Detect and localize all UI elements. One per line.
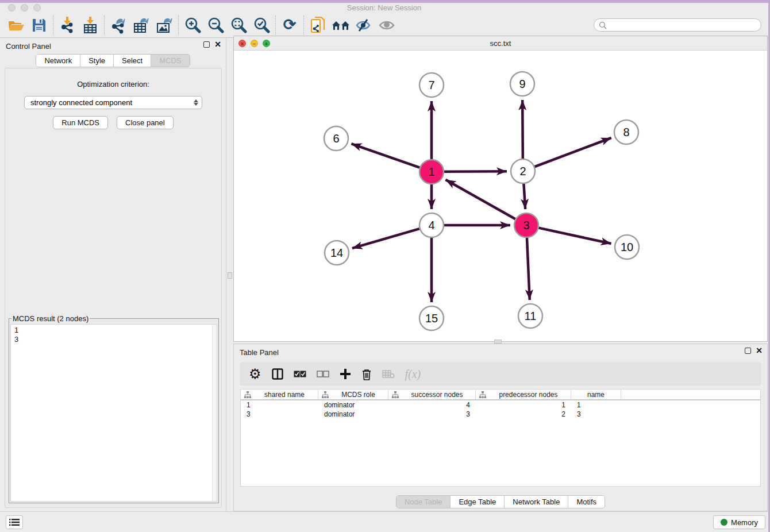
zoom-out-icon bbox=[207, 17, 224, 34]
float-table-panel-icon[interactable] bbox=[745, 348, 751, 354]
tab-mcds[interactable]: MCDS bbox=[151, 55, 189, 67]
split-handle[interactable] bbox=[494, 340, 502, 344]
close-table-panel-icon[interactable]: ✕ bbox=[756, 348, 763, 354]
panel-divider[interactable] bbox=[226, 38, 233, 511]
table-toolbar: ⚙ f(x) bbox=[240, 363, 761, 385]
divider-handle[interactable] bbox=[228, 272, 232, 279]
main-toolbar: ⟳ bbox=[0, 13, 768, 38]
graph-node-6[interactable]: 6 bbox=[324, 126, 348, 151]
table-row[interactable]: 1dominator411 bbox=[241, 400, 760, 410]
result-scrollbar[interactable] bbox=[212, 325, 217, 501]
network-frame-titlebar[interactable]: × − + scc.txt bbox=[234, 36, 767, 51]
tab-style[interactable]: Style bbox=[80, 55, 114, 67]
save-session-button[interactable] bbox=[28, 15, 51, 36]
column-header-name[interactable]: name bbox=[571, 390, 621, 399]
maximize-window-button[interactable] bbox=[33, 4, 41, 11]
close-window-button[interactable] bbox=[8, 4, 16, 11]
deselect-all-columns-icon[interactable] bbox=[317, 371, 329, 377]
edge-1-2[interactable] bbox=[444, 171, 507, 172]
zoom-in-button[interactable] bbox=[181, 15, 204, 36]
float-panel-icon[interactable] bbox=[203, 41, 210, 48]
table-panel-title: Table Panel bbox=[240, 348, 279, 357]
edge-2-3[interactable] bbox=[523, 184, 525, 209]
clone-network-button[interactable] bbox=[306, 15, 329, 36]
edge-4-14[interactable] bbox=[352, 229, 419, 248]
tab-select[interactable]: Select bbox=[114, 55, 151, 67]
edge-1-6[interactable] bbox=[351, 144, 419, 168]
tab-motifs[interactable]: Motifs bbox=[568, 496, 605, 508]
column-header-shared-name[interactable]: shared name bbox=[241, 390, 318, 399]
mcds-result-list[interactable]: 13 bbox=[10, 324, 217, 502]
column-header-MCDS-role[interactable]: MCDS role bbox=[318, 390, 388, 399]
zoom-selected-icon bbox=[253, 17, 270, 34]
mcds-result-box: MCDS result (2 nodes) 13 bbox=[9, 314, 219, 503]
table-options-icon[interactable]: ⚙ bbox=[249, 367, 261, 381]
hierarchy-icon bbox=[392, 391, 399, 398]
open-session-button[interactable] bbox=[5, 15, 28, 36]
column-functions-icon[interactable] bbox=[272, 368, 283, 380]
column-header-predecessor-nodes[interactable]: predecessor nodes bbox=[476, 390, 571, 399]
show-all-button[interactable] bbox=[375, 15, 398, 36]
refresh-view-button[interactable]: ⟳ bbox=[278, 15, 301, 36]
tab-network-table[interactable]: Network Table bbox=[505, 496, 568, 508]
control-panel: Control Panel ✕ NetworkStyleSelectMCDS O… bbox=[0, 38, 226, 511]
graph-node-15[interactable]: 15 bbox=[419, 306, 444, 330]
node-table[interactable]: shared nameMCDS rolesuccessor nodesprede… bbox=[240, 389, 761, 487]
import-network-button[interactable] bbox=[56, 15, 79, 36]
edge-2-8[interactable] bbox=[535, 138, 611, 167]
zoom-out-button[interactable] bbox=[204, 15, 227, 36]
edge-3-10[interactable] bbox=[538, 228, 611, 244]
export-table-button[interactable] bbox=[130, 15, 153, 36]
tab-edge-table[interactable]: Edge Table bbox=[451, 496, 505, 508]
table-cell: dominator bbox=[318, 410, 388, 419]
delete-columns-icon[interactable] bbox=[361, 368, 372, 380]
eye-slash-icon bbox=[355, 18, 373, 33]
control-panel-tabs: NetworkStyleSelectMCDS bbox=[0, 54, 226, 67]
table-cell: 2 bbox=[476, 410, 571, 419]
table-row[interactable]: 3dominator323 bbox=[241, 410, 760, 419]
node-label: 2 bbox=[519, 165, 526, 178]
graph-node-3[interactable]: 3 bbox=[514, 213, 538, 237]
frame-minimize-icon[interactable]: − bbox=[251, 40, 258, 47]
graph-node-4[interactable]: 4 bbox=[419, 213, 444, 237]
edge-2-9[interactable] bbox=[522, 100, 523, 159]
frame-close-icon[interactable]: × bbox=[238, 40, 246, 47]
import-table-button[interactable] bbox=[79, 15, 102, 36]
network-canvas[interactable]: 7968124314101511 bbox=[234, 51, 767, 341]
graph-node-2[interactable]: 2 bbox=[511, 159, 535, 183]
graph-node-8[interactable]: 8 bbox=[614, 120, 638, 144]
hide-selected-button[interactable] bbox=[352, 15, 375, 36]
select-all-columns-icon[interactable] bbox=[294, 371, 306, 377]
edge-3-1[interactable] bbox=[445, 180, 515, 219]
graph-node-1[interactable]: 1 bbox=[419, 160, 444, 184]
column-header-successor-nodes[interactable]: successor nodes bbox=[388, 390, 476, 399]
window-title: Session: New Session bbox=[0, 3, 768, 13]
close-panel-button[interactable]: Close panel bbox=[117, 116, 174, 129]
zoom-selected-button[interactable] bbox=[250, 15, 273, 36]
graph-node-9[interactable]: 9 bbox=[510, 72, 534, 96]
graph-node-7[interactable]: 7 bbox=[419, 73, 444, 97]
add-column-icon[interactable] bbox=[340, 368, 351, 380]
graph-node-10[interactable]: 10 bbox=[615, 235, 639, 259]
graph-node-11[interactable]: 11 bbox=[518, 304, 542, 328]
edge-3-11[interactable] bbox=[527, 238, 530, 300]
list-icon bbox=[9, 518, 20, 526]
network-frame-title: scc.txt bbox=[234, 36, 767, 51]
tab-node-table[interactable]: Node Table bbox=[396, 496, 451, 508]
close-panel-icon[interactable]: ✕ bbox=[214, 41, 221, 48]
memory-button[interactable]: Memory bbox=[713, 515, 765, 529]
export-network-button[interactable] bbox=[107, 15, 130, 36]
search-input[interactable] bbox=[594, 18, 761, 32]
node-label: 3 bbox=[523, 219, 529, 232]
export-image-button[interactable] bbox=[153, 15, 176, 36]
graph-node-14[interactable]: 14 bbox=[325, 241, 349, 265]
tab-network[interactable]: Network bbox=[36, 55, 80, 67]
run-mcds-button[interactable]: Run MCDS bbox=[53, 116, 108, 129]
frame-maximize-icon[interactable]: + bbox=[263, 40, 270, 47]
network-graph[interactable]: 7968124314101511 bbox=[234, 51, 768, 341]
optimization-criterion-select[interactable]: strongly connected component bbox=[24, 96, 202, 109]
minimize-window-button[interactable] bbox=[21, 4, 28, 11]
first-neighbors-button[interactable] bbox=[329, 15, 352, 36]
zoom-fit-button[interactable] bbox=[227, 15, 250, 36]
task-history-button[interactable] bbox=[6, 515, 23, 529]
